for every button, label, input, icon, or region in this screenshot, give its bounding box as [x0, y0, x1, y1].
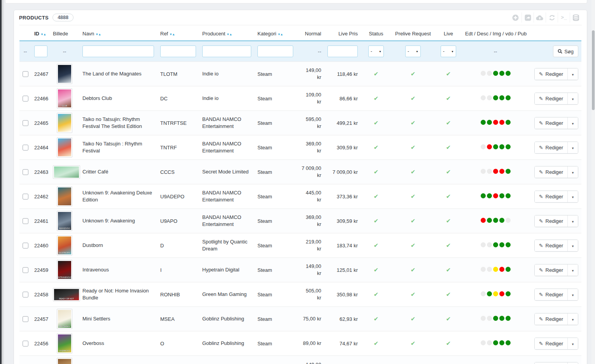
filter-navn-input[interactable]	[82, 46, 154, 57]
page-scrollbar[interactable]	[592, 0, 595, 364]
status-check-icon[interactable]: ✔	[374, 119, 379, 126]
export-icon[interactable]	[522, 12, 534, 23]
filter-producent-input[interactable]	[202, 46, 251, 57]
rediger-button[interactable]: ✎Rediger	[535, 191, 567, 202]
prelive-check-icon[interactable]: ✔	[411, 242, 416, 248]
status-check-icon[interactable]: ✔	[374, 193, 379, 200]
live-check-icon[interactable]: ✔	[446, 95, 451, 102]
rediger-dropdown-toggle[interactable]: ▼	[567, 264, 578, 276]
rediger-button[interactable]: ✎Rediger	[535, 68, 567, 80]
live-check-icon[interactable]: ✔	[446, 144, 451, 150]
row-checkbox[interactable]	[23, 145, 28, 150]
row-checkbox[interactable]	[23, 292, 28, 298]
rediger-button[interactable]: ✎Rediger	[535, 362, 567, 364]
product-thumbnail[interactable]: AWAKENING	[57, 211, 72, 231]
product-thumbnail[interactable]: READY OR NOT	[53, 288, 80, 301]
rediger-dropdown-toggle[interactable]: ▼	[567, 313, 578, 325]
row-checkbox[interactable]	[23, 71, 28, 77]
rediger-dropdown-toggle[interactable]: ▼	[567, 240, 578, 251]
rediger-button[interactable]: ✎Rediger	[535, 313, 567, 325]
rediger-button[interactable]: ✎Rediger	[535, 142, 567, 153]
sort-desc-icon[interactable]: ▼	[40, 33, 43, 36]
row-checkbox[interactable]	[23, 169, 28, 175]
rediger-dropdown-toggle[interactable]: ▼	[567, 362, 578, 364]
rediger-button[interactable]: ✎Rediger	[535, 240, 567, 251]
rediger-button[interactable]: ✎Rediger	[535, 338, 567, 349]
live-check-icon[interactable]: ✔	[446, 193, 451, 200]
status-check-icon[interactable]: ✔	[374, 242, 379, 248]
status-check-icon[interactable]: ✔	[374, 340, 379, 346]
rediger-dropdown-toggle[interactable]: ▼	[567, 117, 578, 129]
filter-prelive-select[interactable]: -▼	[405, 46, 421, 57]
status-check-icon[interactable]: ✔	[374, 315, 379, 322]
row-checkbox[interactable]	[23, 267, 28, 273]
cloud-upload-icon[interactable]	[534, 12, 546, 23]
product-thumbnail[interactable]	[57, 186, 72, 206]
rediger-button[interactable]: ✎Rediger	[535, 264, 567, 276]
database-icon[interactable]	[570, 12, 582, 23]
status-check-icon[interactable]: ✔	[374, 291, 379, 298]
rediger-dropdown-toggle[interactable]: ▼	[567, 68, 578, 80]
rediger-button[interactable]: ✎Rediger	[535, 117, 567, 129]
product-thumbnail[interactable]: CLUB	[57, 88, 72, 108]
status-check-icon[interactable]: ✔	[374, 168, 379, 175]
product-thumbnail[interactable]: Mini Settlers	[57, 309, 72, 329]
prelive-check-icon[interactable]: ✔	[411, 217, 416, 224]
live-check-icon[interactable]: ✔	[446, 70, 451, 77]
status-check-icon[interactable]: ✔	[374, 144, 379, 150]
rediger-dropdown-toggle[interactable]: ▼	[567, 289, 578, 300]
sort-asc-icon[interactable]: ▲	[229, 33, 232, 36]
prelive-check-icon[interactable]: ✔	[411, 291, 416, 298]
live-check-icon[interactable]: ✔	[446, 315, 451, 322]
rediger-dropdown-toggle[interactable]: ▼	[567, 215, 578, 227]
product-thumbnail[interactable]	[53, 165, 80, 179]
scrollbar-thumb[interactable]	[592, 30, 595, 110]
product-thumbnail[interactable]	[57, 113, 72, 133]
product-thumbnail[interactable]	[57, 64, 72, 84]
prelive-check-icon[interactable]: ✔	[411, 95, 416, 102]
filter-kategori-input[interactable]	[257, 46, 293, 57]
rediger-button[interactable]: ✎Rediger	[535, 93, 567, 104]
row-checkbox[interactable]	[23, 194, 28, 200]
product-thumbnail[interactable]: Sandwalkers	[57, 358, 72, 364]
sort-asc-icon[interactable]: ▲	[98, 33, 101, 36]
prelive-check-icon[interactable]: ✔	[411, 168, 416, 175]
live-check-icon[interactable]: ✔	[446, 266, 451, 273]
prelive-check-icon[interactable]: ✔	[411, 266, 416, 273]
product-thumbnail[interactable]: INTRAVENOUS	[57, 260, 72, 280]
filter-live-select[interactable]: -▼	[441, 46, 456, 57]
product-thumbnail[interactable]	[57, 137, 72, 158]
rediger-dropdown-toggle[interactable]: ▼	[567, 142, 578, 153]
row-checkbox[interactable]	[23, 218, 28, 224]
prelive-check-icon[interactable]: ✔	[411, 144, 416, 150]
rediger-button[interactable]: ✎Rediger	[535, 166, 567, 178]
prelive-check-icon[interactable]: ✔	[411, 70, 416, 77]
add-icon[interactable]	[509, 12, 522, 23]
prelive-check-icon[interactable]: ✔	[411, 119, 416, 126]
status-check-icon[interactable]: ✔	[374, 95, 379, 102]
refresh-icon[interactable]	[546, 12, 558, 23]
live-check-icon[interactable]: ✔	[446, 242, 451, 248]
terminal-icon[interactable]: >_	[558, 12, 570, 23]
sort-asc-icon[interactable]: ▲	[280, 33, 283, 36]
rediger-button[interactable]: ✎Rediger	[535, 289, 567, 300]
row-checkbox[interactable]	[23, 96, 28, 102]
row-checkbox[interactable]	[23, 316, 28, 322]
row-checkbox[interactable]	[23, 243, 28, 248]
status-check-icon[interactable]: ✔	[374, 70, 379, 77]
live-check-icon[interactable]: ✔	[446, 168, 451, 175]
filter-live-pris-input[interactable]	[327, 46, 358, 57]
live-check-icon[interactable]: ✔	[446, 119, 451, 126]
prelive-check-icon[interactable]: ✔	[411, 193, 416, 200]
live-check-icon[interactable]: ✔	[446, 291, 451, 298]
rediger-dropdown-toggle[interactable]: ▼	[567, 191, 578, 202]
filter-status-select[interactable]: -▼	[368, 46, 384, 57]
rediger-dropdown-toggle[interactable]: ▼	[567, 338, 578, 349]
rediger-button[interactable]: ✎Rediger	[535, 215, 567, 227]
prelive-check-icon[interactable]: ✔	[411, 315, 416, 322]
filter-id-input[interactable]	[34, 46, 47, 57]
rediger-dropdown-toggle[interactable]: ▼	[567, 93, 578, 104]
search-button[interactable]: Søg	[553, 46, 578, 57]
product-thumbnail[interactable]: DUSTBORN	[57, 235, 72, 256]
live-check-icon[interactable]: ✔	[446, 217, 451, 224]
